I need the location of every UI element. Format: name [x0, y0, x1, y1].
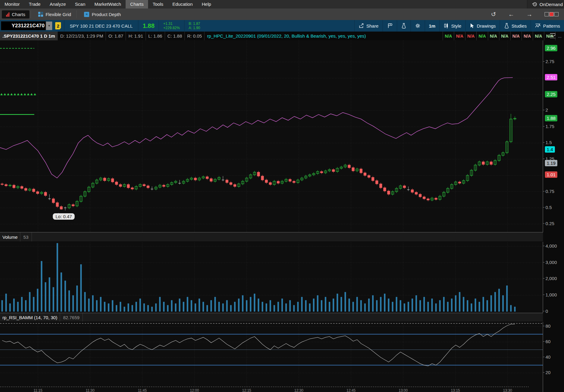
- tab-flexible-grid[interactable]: Flexible Grid: [34, 10, 75, 19]
- candle-down: [147, 186, 149, 188]
- price-axis-settings-icon[interactable]: [549, 33, 557, 40]
- symbol-input[interactable]: Y231221C470: [1, 21, 46, 30]
- tick-text: 1,000: [545, 292, 557, 297]
- rsi-value: 82.7659: [60, 313, 83, 322]
- signal-triangle: [4, 93, 6, 95]
- volume-bar: [341, 297, 342, 312]
- menu-item-charts[interactable]: Charts: [126, 0, 148, 8]
- signal-triangle: [24, 93, 26, 95]
- chart-toolbar: Y231221C470 ▼ 2 SPY 100 21 DEC 23 470 CA…: [0, 20, 564, 32]
- candle-down: [5, 184, 7, 186]
- volume-bar: [53, 287, 54, 312]
- candle-down: [230, 183, 232, 184]
- tick-text: 40: [545, 354, 551, 360]
- volume-bar: [2, 300, 3, 312]
- candle-down: [411, 190, 414, 192]
- candle-down: [419, 194, 421, 197]
- candle-down: [482, 162, 485, 164]
- volume-bar: [495, 292, 496, 312]
- volume-bar: [420, 300, 421, 312]
- time-label: 11:15: [33, 388, 42, 392]
- tick-dash: [543, 326, 545, 326]
- tab-charts[interactable]: Charts: [2, 10, 29, 19]
- ondemand-clock-icon: [532, 1, 538, 7]
- volume-bar: [467, 300, 468, 312]
- symbol-dropdown-button[interactable]: ▼: [46, 22, 52, 30]
- volume-title[interactable]: Volume: [0, 232, 20, 242]
- ask-value: A: 1.90: [189, 26, 200, 30]
- quick-study-button[interactable]: [397, 23, 410, 29]
- volume-bar: [45, 282, 46, 312]
- price-badge-1.01: 1.01: [545, 171, 557, 178]
- menu-item-tools[interactable]: Tools: [148, 0, 168, 8]
- volume-bar: [376, 300, 378, 312]
- price-axis[interactable]: 2.7521.751.51.250.750.50.254,0003,0002,0…: [543, 40, 564, 392]
- axis-tick-label: 80: [543, 323, 551, 329]
- volume-bar: [439, 300, 441, 312]
- menu-item-analyze[interactable]: Analyze: [45, 0, 70, 8]
- volume-bar: [234, 302, 236, 312]
- cell: [38, 12, 40, 14]
- candle-down: [387, 191, 390, 194]
- candle-down: [427, 199, 429, 200]
- candle-down: [289, 179, 291, 181]
- volume-bar: [100, 297, 102, 312]
- ohlc-field: R: 0.05: [185, 32, 204, 40]
- volume-bar: [211, 300, 212, 312]
- ondemand-button[interactable]: OnDemand: [527, 0, 564, 8]
- ondemand-label: OnDemand: [539, 2, 563, 7]
- forward-arrow-button[interactable]: →: [526, 11, 532, 17]
- candle-down: [368, 175, 370, 177]
- menu-item-education[interactable]: Education: [168, 0, 197, 8]
- menu-item-scan[interactable]: Scan: [70, 0, 90, 8]
- menu-item-trade[interactable]: Trade: [24, 0, 45, 8]
- volume-bar: [226, 300, 228, 312]
- style-button[interactable]: Style: [440, 23, 465, 29]
- back-arrow-button[interactable]: ←: [508, 11, 514, 17]
- time-label: 11:45: [138, 388, 147, 392]
- menu-item-marketwatch[interactable]: MarketWatch: [90, 0, 126, 8]
- volume-bar: [333, 299, 334, 312]
- volume-bar: [372, 295, 374, 312]
- menu-item-monitor[interactable]: Monitor: [0, 0, 24, 8]
- chart-settings-button[interactable]: [411, 23, 425, 29]
- studies-button[interactable]: Studies: [500, 23, 531, 29]
- tick-dash: [543, 295, 545, 295]
- tab-product-depth[interactable]: ≈Product Depth: [80, 10, 125, 19]
- bar: [7, 14, 8, 17]
- volume-bar: [57, 243, 58, 312]
- tick-dash: [543, 110, 545, 110]
- chart-area: 2.7521.751.51.250.750.50.254,0003,0002,0…: [0, 40, 564, 392]
- rsi-title[interactable]: rp_RSI_BAMM (14, 70, 30): [0, 313, 60, 322]
- share-button[interactable]: Share: [355, 23, 382, 29]
- bar: [6, 15, 7, 17]
- timeframe-label: 1m: [429, 23, 436, 29]
- volume-bar: [431, 299, 433, 312]
- flag-info-icon: [387, 23, 393, 29]
- chart-describer-button[interactable]: [383, 23, 397, 29]
- timeframe-button[interactable]: 1m: [425, 23, 440, 29]
- status-badge: N/A: [533, 32, 544, 40]
- chart-canvas[interactable]: [0, 40, 543, 392]
- axis-tick-label: 0.25: [543, 221, 554, 226]
- volume-bar: [301, 297, 303, 312]
- price-badge-2.25: 2.25: [545, 91, 557, 97]
- menu-item-help[interactable]: Help: [197, 0, 216, 8]
- axis-tick-label: 1,000: [543, 292, 557, 297]
- candle-down: [32, 189, 35, 192]
- drawings-button[interactable]: Drawings: [466, 23, 500, 29]
- candle-down: [36, 192, 39, 194]
- layout-grid-button[interactable]: [545, 12, 559, 16]
- patterns-button[interactable]: Patterns: [531, 23, 564, 29]
- red-bars-icon: [6, 12, 9, 17]
- candle-down: [320, 171, 323, 173]
- note-flag-badge[interactable]: 2: [55, 22, 61, 29]
- volume-bar: [120, 302, 121, 312]
- candle-down: [1, 184, 3, 184]
- style-label: Style: [451, 23, 461, 29]
- undo-button[interactable]: ↺: [491, 11, 496, 17]
- volume-bar: [325, 297, 326, 312]
- volume-bar: [384, 294, 386, 312]
- volume-bar: [214, 297, 216, 312]
- volume-bar: [92, 295, 94, 312]
